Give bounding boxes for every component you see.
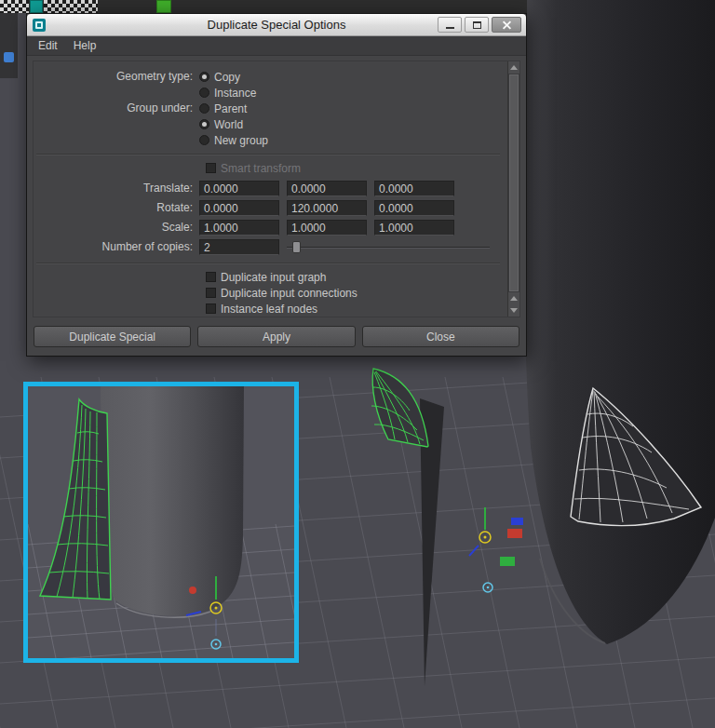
rotate-row: Rotate: <box>34 198 503 218</box>
radio-world[interactable]: World <box>199 116 268 132</box>
manipulator-red-handle[interactable] <box>507 529 522 538</box>
copies-row: Number of copies: <box>34 237 503 257</box>
scrollbar[interactable] <box>507 61 519 317</box>
scale-x-field[interactable] <box>199 220 279 236</box>
checker-texture-icon[interactable] <box>44 0 98 13</box>
radio-new-group[interactable]: New group <box>199 132 268 148</box>
checkbox-icon <box>206 303 216 314</box>
radio-copy-label: Copy <box>214 71 240 84</box>
translate-x-field[interactable] <box>199 181 279 196</box>
inset-rocket-body <box>101 386 244 616</box>
inset-scene <box>28 386 294 658</box>
inset-red-handle <box>189 586 196 594</box>
geometry-type-row: Geometry type: Copy Instance <box>34 69 503 101</box>
camera-inset-view[interactable] <box>23 382 299 663</box>
translate-y-field[interactable] <box>287 181 367 196</box>
duplicate-input-connections-label: Duplicate input connections <box>221 287 358 300</box>
radio-instance-label: Instance <box>214 87 256 100</box>
maya-app-icon <box>33 19 46 32</box>
copies-slider[interactable] <box>287 239 490 255</box>
radio-new-group-label: New group <box>214 134 268 147</box>
copies-label: Number of copies: <box>34 239 199 255</box>
teal-material-icon[interactable] <box>30 0 43 13</box>
scroll-up-button[interactable] <box>508 61 519 74</box>
radio-instance[interactable]: Instance <box>199 85 256 101</box>
rotate-x-field[interactable] <box>199 200 279 216</box>
manipulator-green-handle[interactable] <box>500 557 515 566</box>
rotate-y-field[interactable] <box>287 200 367 216</box>
scrollbar-thumb[interactable] <box>509 74 519 291</box>
maximize-icon <box>473 21 481 29</box>
smart-transform-label: Smart transform <box>221 162 301 175</box>
apply-button[interactable]: Apply <box>197 326 355 347</box>
checkbox-icon <box>206 272 216 282</box>
radio-icon <box>199 88 209 98</box>
arrow-up-icon <box>510 296 518 301</box>
arrow-down-icon <box>510 308 518 313</box>
translate-label: Translate: <box>34 181 199 196</box>
radio-parent-label: Parent <box>214 102 247 115</box>
close-icon <box>502 20 512 30</box>
duplicate-input-connections-checkbox[interactable]: Duplicate input connections <box>34 285 503 301</box>
duplicate-special-button[interactable]: Duplicate Special <box>34 326 191 347</box>
close-button[interactable] <box>492 17 521 33</box>
dialog-titlebar[interactable]: Duplicate Special Options <box>27 14 526 36</box>
checker-texture-icon[interactable] <box>0 0 29 13</box>
dialog-menubar: Edit Help <box>27 36 526 56</box>
maya-application: Duplicate Special Options Edit Help Geom… <box>0 0 715 728</box>
duplicate-input-graph-checkbox[interactable]: Duplicate input graph <box>34 269 503 285</box>
scroll-up-button-2[interactable] <box>508 292 519 304</box>
translate-row: Translate: <box>34 179 503 198</box>
blue-tool-icon[interactable] <box>4 52 14 62</box>
separator <box>36 263 500 264</box>
scale-row: Scale: <box>34 218 503 237</box>
duplicate-input-graph-label: Duplicate input graph <box>221 271 326 284</box>
minimize-icon <box>446 27 454 29</box>
geometry-type-label: Geometry type: <box>34 69 199 85</box>
arrow-up-icon <box>510 65 518 70</box>
rotate-z-field[interactable] <box>374 200 454 216</box>
radio-icon <box>199 135 209 145</box>
group-under-label: Group under: <box>34 101 199 116</box>
scroll-down-button[interactable] <box>508 304 519 317</box>
instance-leaf-nodes-checkbox[interactable]: Instance leaf nodes <box>34 301 503 317</box>
radio-parent[interactable]: Parent <box>199 101 268 116</box>
menu-edit[interactable]: Edit <box>38 39 58 52</box>
green-cube-icon[interactable] <box>156 0 171 13</box>
inset-pivot-dot <box>215 643 218 646</box>
options-form: Geometry type: Copy Instance Group under… <box>33 61 520 317</box>
smart-transform-checkbox[interactable]: Smart transform <box>34 160 503 176</box>
pivot-dot <box>487 586 490 589</box>
copies-field[interactable] <box>199 239 279 255</box>
radio-icon <box>199 103 209 114</box>
slider-groove <box>287 247 490 249</box>
inset-center-dot <box>215 607 218 610</box>
checkbox-icon <box>206 288 216 298</box>
top-shelf <box>0 0 527 13</box>
scale-y-field[interactable] <box>287 220 367 236</box>
duplicate-special-options-dialog: Duplicate Special Options Edit Help Geom… <box>26 13 527 357</box>
group-under-row: Group under: Parent World New group <box>34 101 503 148</box>
radio-world-label: World <box>214 118 243 131</box>
radio-copy[interactable]: Copy <box>199 69 256 85</box>
left-toolbar <box>0 13 18 78</box>
radio-icon <box>199 119 209 129</box>
rotate-label: Rotate: <box>34 200 199 216</box>
manipulator-center-dot <box>484 536 487 539</box>
translate-z-field[interactable] <box>374 181 454 196</box>
scale-z-field[interactable] <box>374 220 454 236</box>
instance-leaf-nodes-label: Instance leaf nodes <box>221 303 317 316</box>
slider-handle[interactable] <box>292 241 301 253</box>
scale-label: Scale: <box>34 220 199 236</box>
maximize-button[interactable] <box>465 17 489 33</box>
menu-help[interactable]: Help <box>74 39 97 52</box>
manipulator-blue-handle[interactable] <box>511 518 523 525</box>
dialog-footer: Duplicate Special Apply Close <box>27 321 526 356</box>
separator <box>36 154 500 155</box>
close-action-button[interactable]: Close <box>362 326 519 347</box>
radio-icon <box>199 72 209 82</box>
minimize-button[interactable] <box>438 17 462 33</box>
checkbox-icon <box>206 163 216 173</box>
